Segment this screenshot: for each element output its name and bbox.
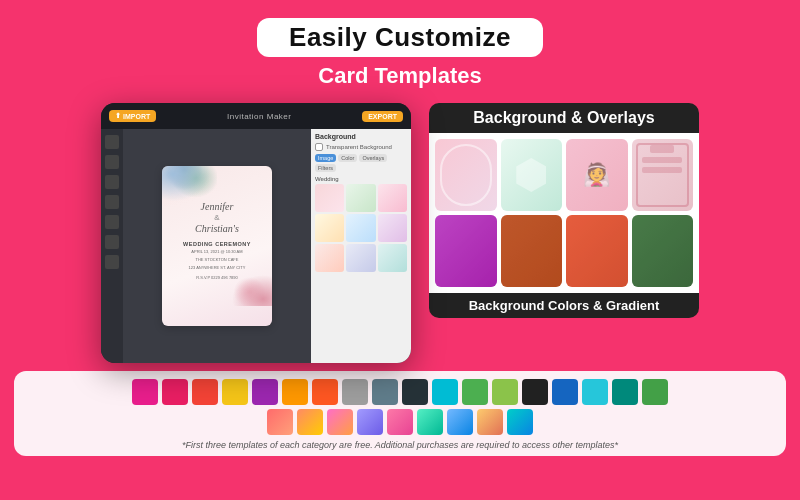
- main-title: Easily Customize: [289, 22, 511, 53]
- card-address: 123 ANYWHERE ST. ANY CITY: [183, 265, 251, 271]
- grad-swatch-7[interactable]: [447, 409, 473, 435]
- overlay-cell-4[interactable]: [632, 139, 694, 211]
- swatch-18[interactable]: [642, 379, 668, 405]
- swatch-10[interactable]: [402, 379, 428, 405]
- card-date: APRIL 13, 2021 @ 10:30 AM: [183, 249, 251, 255]
- overlay-cell-6[interactable]: [501, 215, 563, 287]
- panel-thumbnail-grid: [315, 184, 407, 272]
- template-thumb-1[interactable]: [315, 184, 344, 212]
- right-panel: Background & Overlays 👰: [429, 103, 699, 318]
- template-thumb-9[interactable]: [378, 244, 407, 272]
- swatch-8[interactable]: [342, 379, 368, 405]
- app-topbar: ⬆ IMPORT Invitation Maker EXPORT: [101, 103, 411, 129]
- swatch-2[interactable]: [162, 379, 188, 405]
- grad-swatch-8[interactable]: [477, 409, 503, 435]
- template-thumb-4[interactable]: [315, 214, 344, 242]
- swatch-17[interactable]: [612, 379, 638, 405]
- bg-colors-title: Background Colors & Gradient: [439, 298, 689, 313]
- tool-4[interactable]: [105, 195, 119, 209]
- transparent-label: Transparent Background: [326, 144, 392, 150]
- panel-tabs: Image Color Overlays Filters: [315, 154, 407, 172]
- card-flowers-bottom: [227, 271, 272, 306]
- template-thumb-7[interactable]: [315, 244, 344, 272]
- tool-1[interactable]: [105, 135, 119, 149]
- card-flowers-top: [162, 166, 217, 206]
- swatch-11[interactable]: [432, 379, 458, 405]
- panel-category: Wedding: [315, 176, 407, 182]
- template-thumb-2[interactable]: [346, 184, 375, 212]
- grad-swatch-5[interactable]: [387, 409, 413, 435]
- swatch-7[interactable]: [312, 379, 338, 405]
- export-button[interactable]: EXPORT: [362, 111, 403, 122]
- template-thumb-8[interactable]: [346, 244, 375, 272]
- tab-color[interactable]: Color: [338, 154, 357, 162]
- overlay-hexagon-2: [516, 158, 546, 192]
- grad-swatch-3[interactable]: [327, 409, 353, 435]
- grad-swatch-4[interactable]: [357, 409, 383, 435]
- transparent-checkbox-row[interactable]: Transparent Background: [315, 143, 407, 151]
- overlay-cell-7[interactable]: [566, 215, 628, 287]
- swatch-14[interactable]: [522, 379, 548, 405]
- footer-note: *First three templates of each category …: [24, 440, 776, 450]
- main-content-row: ⬆ IMPORT Invitation Maker EXPORT: [0, 95, 800, 363]
- tab-image[interactable]: Image: [315, 154, 336, 162]
- swatch-6[interactable]: [282, 379, 308, 405]
- left-toolbar: [101, 129, 123, 363]
- overlay-cell-1[interactable]: [435, 139, 497, 211]
- app-title: Invitation Maker: [227, 112, 291, 121]
- grad-swatch-1[interactable]: [267, 409, 293, 435]
- import-icon: ⬆: [115, 112, 121, 120]
- card-name2: Christian's: [183, 222, 251, 235]
- swatch-9[interactable]: [372, 379, 398, 405]
- grad-swatch-2[interactable]: [297, 409, 323, 435]
- transparent-checkbox[interactable]: [315, 143, 323, 151]
- tool-2[interactable]: [105, 155, 119, 169]
- swatch-13[interactable]: [492, 379, 518, 405]
- background-panel: Background Transparent Background Image …: [311, 129, 411, 363]
- wedding-card: Jennifer & Christian's WEDDING CEREMONY …: [162, 166, 272, 326]
- subtitle: Card Templates: [0, 63, 800, 89]
- overlay-title: Background & Overlays: [439, 109, 689, 127]
- tool-6[interactable]: [105, 235, 119, 249]
- grad-swatch-6[interactable]: [417, 409, 443, 435]
- title-box: Easily Customize: [257, 18, 543, 57]
- swatch-4[interactable]: [222, 379, 248, 405]
- swatch-15[interactable]: [552, 379, 578, 405]
- tool-5[interactable]: [105, 215, 119, 229]
- tool-7[interactable]: [105, 255, 119, 269]
- card-content: Jennifer & Christian's WEDDING CEREMONY …: [183, 200, 251, 280]
- swatch-12[interactable]: [462, 379, 488, 405]
- swatch-3[interactable]: [192, 379, 218, 405]
- color-swatches-row: [24, 379, 776, 405]
- header-section: Easily Customize Card Templates: [0, 0, 800, 95]
- template-thumb-6[interactable]: [378, 214, 407, 242]
- overlay-cell-5[interactable]: [435, 215, 497, 287]
- app-canvas: Jennifer & Christian's WEDDING CEREMONY …: [123, 129, 311, 363]
- swatch-5[interactable]: [252, 379, 278, 405]
- overlay-grid: 👰: [429, 133, 699, 293]
- overlay-cell-3[interactable]: 👰: [566, 139, 628, 211]
- card-ceremony: WEDDING CEREMONY: [183, 241, 251, 247]
- app-screenshot: ⬆ IMPORT Invitation Maker EXPORT: [101, 103, 411, 363]
- tab-overlays[interactable]: Overlays: [359, 154, 387, 162]
- gradient-swatches-row: [24, 409, 776, 435]
- panel-title: Background: [315, 133, 407, 140]
- overlay-cell-2[interactable]: [501, 139, 563, 211]
- card-venue: THE STOCKTON CAFE: [183, 257, 251, 263]
- import-button[interactable]: ⬆ IMPORT: [109, 110, 156, 122]
- template-thumb-5[interactable]: [346, 214, 375, 242]
- bottom-section: *First three templates of each category …: [14, 371, 786, 456]
- app-body: Jennifer & Christian's WEDDING CEREMONY …: [101, 129, 411, 363]
- tab-filters[interactable]: Filters: [315, 164, 336, 172]
- overlay-cell-8[interactable]: [632, 215, 694, 287]
- tool-3[interactable]: [105, 175, 119, 189]
- overlay-frame-1: [440, 144, 492, 206]
- grad-swatch-9[interactable]: [507, 409, 533, 435]
- template-thumb-3[interactable]: [378, 184, 407, 212]
- swatch-1[interactable]: [132, 379, 158, 405]
- card-ampersand: &: [183, 213, 251, 222]
- bg-colors-title-box: Background Colors & Gradient: [429, 293, 699, 318]
- overlay-title-box: Background & Overlays: [429, 103, 699, 133]
- swatch-16[interactable]: [582, 379, 608, 405]
